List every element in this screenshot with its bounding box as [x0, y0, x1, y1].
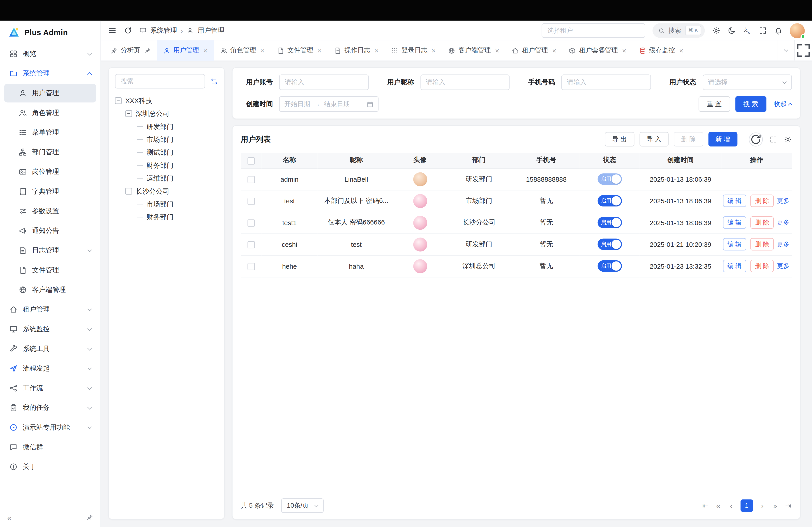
sidebar-item-workflow[interactable]: 工作流 [4, 379, 96, 397]
fullscreen-icon[interactable] [759, 26, 767, 35]
delete-button[interactable]: 删 除 [674, 132, 703, 146]
row-checkbox[interactable] [247, 263, 255, 270]
close-icon[interactable]: × [552, 47, 556, 54]
edit-row-button[interactable]: 编 辑 [723, 195, 746, 207]
import-button[interactable]: 导 入 [639, 132, 669, 146]
sidebar-item-tasks[interactable]: 我的任务 [4, 398, 96, 417]
status-select[interactable]: 请选择 [702, 75, 792, 90]
tab-login-log[interactable]: 登录日志× [385, 40, 442, 61]
more-row-button[interactable]: 更多 [776, 238, 791, 251]
sidebar-item-departments[interactable]: 部门管理 [4, 143, 96, 162]
status-toggle[interactable]: 启用 [597, 217, 622, 228]
search-button[interactable]: 搜 索 [735, 96, 766, 112]
breadcrumb-item[interactable]: 系统管理 [150, 26, 177, 35]
delete-row-button[interactable]: 删 除 [751, 195, 774, 207]
translate-icon[interactable]: 文A [743, 26, 752, 35]
edit-row-button[interactable]: 编 辑 [723, 260, 746, 272]
close-icon[interactable]: × [432, 47, 436, 54]
close-icon[interactable]: × [622, 47, 626, 54]
row-checkbox[interactable] [247, 176, 255, 183]
hamburger-icon[interactable] [108, 26, 117, 35]
first-page-button[interactable]: ⇤ [702, 502, 709, 509]
status-toggle[interactable]: 启用 [597, 174, 622, 185]
more-row-button[interactable]: 更多 [776, 195, 791, 207]
table-settings-icon[interactable] [784, 135, 792, 143]
breadcrumb-item[interactable]: 用户管理 [198, 26, 224, 35]
tab-roles[interactable]: 角色管理× [214, 40, 271, 61]
more-row-button[interactable]: 更多 [776, 260, 791, 272]
tab-cache-monitor[interactable]: 缓存监控× [633, 40, 690, 61]
sidebar-item-flow[interactable]: 流程发起 [4, 359, 96, 378]
user-avatar[interactable] [790, 23, 805, 38]
row-checkbox[interactable] [247, 219, 255, 227]
delete-row-button[interactable]: 删 除 [751, 238, 774, 251]
current-page-button[interactable]: 1 [740, 499, 753, 512]
status-toggle[interactable]: 启用 [597, 260, 622, 272]
next-pages-button[interactable]: » [772, 502, 779, 509]
tree-collapse-icon[interactable]: − [115, 97, 122, 104]
page-size-select[interactable]: 10条/页 [281, 498, 324, 513]
sidebar-item-posts[interactable]: 岗位管理 [4, 163, 96, 181]
sidebar-item-notices[interactable]: 通知公告 [4, 222, 96, 240]
pin-sidebar-icon[interactable] [86, 514, 93, 521]
delete-row-button[interactable]: 删 除 [751, 216, 774, 229]
table-fullscreen-icon[interactable] [770, 135, 777, 143]
tree-node[interactable]: 市场部门 [115, 133, 218, 146]
date-range-picker[interactable]: 开始日期 → 结束日期 [279, 96, 379, 112]
tree-node[interactable]: 研发部门 [115, 120, 218, 133]
sidebar-item-clients[interactable]: 客户端管理 [4, 281, 96, 299]
account-input[interactable] [279, 75, 368, 90]
edit-row-button[interactable]: 编 辑 [723, 238, 746, 251]
refresh-icon[interactable] [124, 26, 132, 35]
tree-node[interactable]: 市场部门 [115, 198, 218, 211]
status-toggle[interactable]: 启用 [597, 239, 622, 250]
tree-node[interactable]: 测试部门 [115, 146, 218, 159]
tab-fullscreen-button[interactable] [794, 40, 812, 61]
sidebar-item-monitor[interactable]: 系统监控 [4, 320, 96, 338]
tab-clients[interactable]: 客户端管理× [442, 40, 506, 61]
sidebar-item-demo[interactable]: 演示站专用功能 [4, 418, 96, 437]
global-search-button[interactable]: 搜索 ⌘ K [652, 23, 705, 37]
table-refresh-icon[interactable] [749, 132, 763, 146]
sidebar-item-overview[interactable]: 概览 [4, 44, 96, 63]
tab-tenants[interactable]: 租户管理× [506, 40, 563, 61]
tab-tenant-packages[interactable]: 租户套餐管理× [563, 40, 633, 61]
prev-pages-button[interactable]: « [714, 502, 722, 509]
tree-collapse-icon[interactable]: − [126, 110, 132, 117]
more-row-button[interactable]: 更多 [776, 216, 791, 229]
tab-analysis[interactable]: 分析页 [104, 40, 157, 61]
dark-mode-icon[interactable] [728, 26, 736, 35]
row-checkbox[interactable] [247, 241, 255, 248]
close-icon[interactable]: × [203, 47, 207, 54]
sidebar-item-wechat[interactable]: 微信群 [4, 438, 96, 456]
tree-search-input[interactable] [115, 74, 205, 88]
tree-node[interactable]: −深圳总公司 [115, 107, 218, 120]
tab-users[interactable]: 用户管理× [157, 40, 214, 61]
nickname-input[interactable] [420, 75, 509, 90]
edit-row-button[interactable]: 编 辑 [723, 216, 746, 229]
close-icon[interactable]: × [374, 47, 379, 54]
tab-op-log[interactable]: 操作日志× [328, 40, 385, 61]
select-all-checkbox[interactable] [247, 157, 255, 164]
row-checkbox[interactable] [247, 198, 255, 205]
tenant-select-input[interactable] [541, 23, 645, 37]
status-toggle[interactable]: 启用 [597, 195, 622, 207]
sidebar-item-about[interactable]: 关于 [4, 457, 96, 476]
export-button[interactable]: 导 出 [605, 132, 634, 146]
sidebar-item-logs[interactable]: 日志管理 [4, 241, 96, 260]
sidebar-collapse-button[interactable]: « [7, 514, 12, 521]
sidebar-item-parameters[interactable]: 参数设置 [4, 202, 96, 221]
sidebar-item-dictionary[interactable]: 字典管理 [4, 182, 96, 201]
close-icon[interactable]: × [679, 47, 683, 54]
tree-refresh-icon[interactable] [210, 77, 218, 85]
sidebar-item-system[interactable]: 系统管理 [4, 64, 96, 83]
tab-files[interactable]: 文件管理× [271, 40, 328, 61]
phone-input[interactable] [562, 75, 651, 90]
tree-node[interactable]: −XXX科技 [115, 94, 218, 107]
prev-page-button[interactable]: ‹ [728, 502, 735, 509]
add-button[interactable]: 新 增 [708, 132, 738, 146]
close-icon[interactable]: × [317, 47, 322, 54]
tree-node[interactable]: 财务部门 [115, 159, 218, 172]
sidebar-item-users[interactable]: 用户管理 [4, 84, 96, 103]
close-icon[interactable]: × [260, 47, 264, 54]
